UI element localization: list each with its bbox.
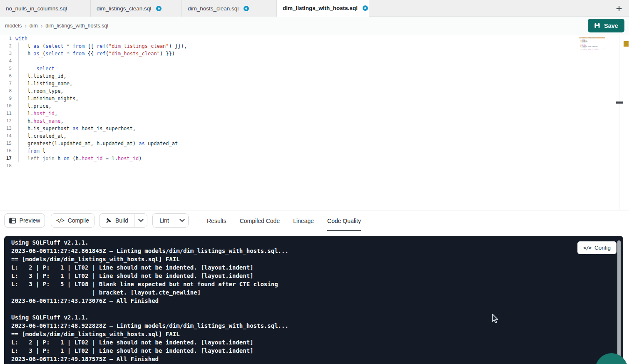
code-line-18[interactable]: 18 (0, 162, 619, 170)
code-line-7[interactable]: 7 l.listing_name, (0, 80, 619, 87)
file-tab-dim-hosts-clean[interactable]: dim_hosts_clean.sql (182, 0, 277, 17)
preview-button-label: Preview (20, 217, 40, 224)
plus-icon: + (616, 2, 622, 15)
line-number: 15 (0, 140, 12, 147)
terminal-line (11, 305, 607, 313)
breadcrumb-file[interactable]: dim_listings_with_hosts.sql (45, 23, 108, 29)
code-line-16[interactable]: 16 from l (0, 147, 619, 155)
code-line-5[interactable]: 5 select (0, 65, 619, 72)
terminal-line: L: 3 | P: 1 | LT02 | Line should not be … (11, 347, 607, 355)
line-number: 18 (0, 162, 12, 170)
action-toolbar: Preview </> Compile Build (0, 210, 629, 231)
line-number: 9 (0, 95, 12, 102)
line-number: 16 (0, 147, 12, 155)
save-button-label: Save (604, 22, 618, 29)
line-number: 7 (0, 80, 12, 87)
minimap[interactable]: with l as (select * from {{ ref("dim_lis… (579, 36, 605, 86)
overview-ruler-warning-marker[interactable] (624, 41, 629, 47)
config-button[interactable]: </> Config (577, 241, 617, 254)
build-button[interactable]: Build (99, 214, 134, 227)
terminal-line: L: 2 | P: 1 | LT02 | Line should not be … (11, 263, 607, 272)
file-tab-label: dim_hosts_clean.sql (188, 5, 239, 12)
config-button-label: Config (594, 245, 611, 251)
code-line-9[interactable]: 9 l.minimum_nights, (0, 95, 619, 102)
lint-dropdown-button[interactable] (176, 214, 188, 227)
unsaved-changes-icon (363, 5, 368, 11)
file-tab-dim-listings-clean[interactable]: dim_listings_clean.sql (91, 0, 182, 17)
file-tab-bar: no_nulls_in_columns.sql dim_listings_cle… (0, 0, 629, 17)
overview-ruler-scroll-marker[interactable] (616, 102, 623, 104)
chevron-down-icon (138, 219, 144, 222)
table-icon (9, 218, 16, 224)
terminal-line: 2023-06-06T11:27:48.922828Z — Linting mo… (11, 322, 607, 330)
terminal-line: Using SQLFluff v2.1.1. (11, 313, 607, 322)
chevron-right-icon: › (41, 23, 42, 29)
line-number: 10 (0, 102, 12, 110)
build-button-label: Build (115, 217, 128, 224)
code-line-3[interactable]: 3 h as (select * from {{ ref("dim_hosts_… (0, 50, 619, 57)
terminal-line: L: 3 | P: 5 | LT08 | Blank line expected… (11, 280, 607, 288)
terminal-scrollbar-thumb[interactable] (617, 240, 621, 364)
lint-terminal-panel[interactable]: Using SQLFluff v2.1.1.2023-06-06T11:27:4… (4, 236, 623, 364)
code-line-12[interactable]: 12 h.host_name, (0, 117, 619, 125)
compile-button-label: Compile (68, 217, 89, 224)
code-brackets-icon: </> (583, 245, 591, 251)
code-line-6[interactable]: 6 l.listing_id, (0, 72, 619, 80)
hammer-icon (105, 218, 112, 224)
line-number: 11 (0, 110, 12, 117)
chevron-down-icon (179, 219, 185, 222)
lint-split-button: Lint (152, 213, 189, 228)
code-line-8[interactable]: 8 l.room_type, (0, 87, 619, 95)
tab-code-quality[interactable]: Code Quality (327, 210, 361, 231)
code-line-2[interactable]: 2 l as (select * from {{ ref("dim_listin… (0, 42, 619, 50)
line-number: 14 (0, 132, 12, 140)
terminal-line: | bracket. [layout.cte_newline] (11, 288, 607, 297)
build-dropdown-button[interactable] (134, 214, 147, 227)
editor-scrollbar-track[interactable] (619, 35, 619, 210)
preview-button[interactable]: Preview (4, 213, 45, 228)
new-tab-button[interactable]: + (609, 0, 629, 17)
file-tab-no-nulls-in-columns[interactable]: no_nulls_in_columns.sql (0, 0, 91, 17)
tab-bar-spacer (369, 0, 609, 16)
line-number: 13 (0, 125, 12, 132)
save-button[interactable]: Save (588, 19, 624, 32)
result-tab-bar: Results Compiled Code Lineage Code Quali… (207, 210, 361, 231)
dbt-ide-window: no_nulls_in_columns.sql dim_listings_cle… (0, 0, 629, 364)
compile-button[interactable]: </> Compile (51, 213, 94, 228)
line-number: 5 (0, 65, 12, 72)
line-number: 3 (0, 50, 12, 57)
code-line-11[interactable]: 11 l.host_id, (0, 110, 619, 117)
line-number: 1 (0, 35, 12, 42)
breadcrumb-models[interactable]: models (5, 23, 22, 29)
chevron-right-icon: › (25, 23, 26, 29)
code-line-14[interactable]: 14 l.created_at, (0, 132, 619, 140)
line-number: 6 (0, 72, 12, 80)
terminal-line: Using SQLFluff v2.1.1. (11, 238, 607, 247)
lint-button[interactable]: Lint (153, 214, 176, 227)
file-tab-dim-listings-with-hosts[interactable]: dim_listings_with_hosts.sql (277, 0, 369, 17)
breadcrumb-dim[interactable]: dim (30, 23, 38, 29)
unsaved-changes-icon (156, 6, 162, 11)
breadcrumb-bar: models › dim › dim_listings_with_hosts.s… (0, 17, 629, 35)
line-number: 2 (0, 42, 12, 50)
tab-results[interactable]: Results (207, 210, 226, 231)
tab-lineage[interactable]: Lineage (293, 210, 314, 231)
file-tab-label: dim_listings_clean.sql (97, 5, 151, 12)
terminal-line: 2023-06-06T11:27:42.861845Z — Linting mo… (11, 247, 607, 255)
sql-code-editor[interactable]: 1with2 l as (select * from {{ ref("dim_l… (0, 35, 629, 210)
code-brackets-icon: </> (56, 218, 64, 223)
terminal-line: L: 3 | P: 1 | LT02 | Line should not be … (11, 272, 607, 280)
code-line-1[interactable]: 1with (0, 35, 619, 42)
code-line-10[interactable]: 10 l.price, (0, 102, 619, 110)
line-number: 17 (0, 155, 12, 162)
code-line-4[interactable]: 4 (0, 57, 619, 65)
code-line-17[interactable]: 17 left join h on (h.host_id = l.host_id… (0, 155, 619, 162)
terminal-line: L: 2 | P: 1 | LT02 | Line should not be … (11, 338, 607, 347)
line-number: 4 (0, 57, 12, 65)
line-number: 12 (0, 117, 12, 125)
lint-button-label: Lint (159, 217, 169, 224)
tab-compiled-code[interactable]: Compiled Code (240, 210, 280, 231)
code-line-15[interactable]: 15 greatest(l.updated_at, h.updated_at) … (0, 140, 619, 147)
floppy-disk-icon (594, 22, 600, 29)
code-line-13[interactable]: 13 h.is_superhost as host_is_superhost, (0, 125, 619, 132)
